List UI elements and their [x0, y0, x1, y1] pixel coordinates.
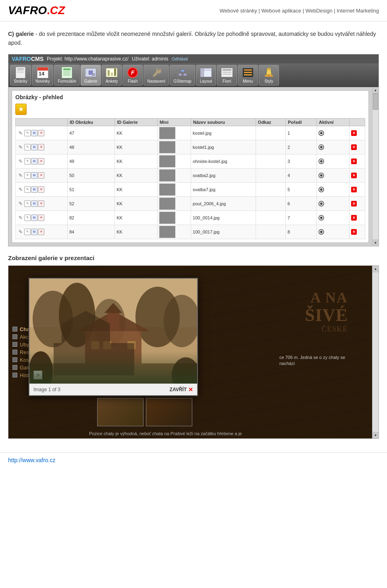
- delete-row-btn[interactable]: ✕: [38, 215, 44, 221]
- cms-project-label: Projekt: http://www.chatanaprasive.cz/: [47, 56, 129, 62]
- edit-pencil-btn[interactable]: ✎: [17, 200, 24, 207]
- radio-dot-inner: [320, 188, 322, 191]
- edit-pencil-btn[interactable]: ✎: [17, 144, 24, 150]
- row-gallery-id: KK: [115, 225, 158, 239]
- edit-pencil-btn[interactable]: ✎: [17, 130, 24, 136]
- scroll-down-arrow[interactable]: ▼: [372, 240, 379, 246]
- active-radio[interactable]: [318, 158, 324, 164]
- logo-dot: .: [47, 4, 50, 17]
- delete-btn[interactable]: ✕: [351, 130, 357, 136]
- toolbar-formulare[interactable]: Formuláře: [54, 65, 80, 85]
- active-radio[interactable]: [318, 173, 324, 178]
- edit-btn[interactable]: ✎: [24, 186, 31, 193]
- edit-pencil-btn[interactable]: ✎: [17, 172, 24, 179]
- delete-btn[interactable]: ✕: [351, 187, 357, 192]
- row-actions-cell: ✎ ✎ ⧉ ✕: [16, 196, 68, 211]
- active-radio[interactable]: [318, 144, 324, 150]
- delete-row-btn[interactable]: ✕: [38, 158, 44, 165]
- gallery-scroll-up[interactable]: ▲: [372, 266, 379, 272]
- cms-scrollbar[interactable]: ▲ ▼: [372, 87, 379, 246]
- edit-btn[interactable]: ✎: [24, 200, 31, 207]
- cms-content-area: Obrázky - přehled ★ ID Obrázku ID Galeri…: [8, 87, 379, 246]
- toolbar-galerie[interactable]: Galerie: [81, 65, 101, 85]
- cms-frame: VAFROCMS Projekt: http://www.chatanapras…: [8, 54, 379, 246]
- toolbar-novinky[interactable]: 14 Novinky: [32, 65, 54, 85]
- nav-square-icon: [12, 327, 17, 332]
- edit-pencil-btn[interactable]: ✎: [17, 186, 24, 193]
- delete-btn[interactable]: ✕: [351, 144, 357, 150]
- delete-row-btn[interactable]: ✕: [38, 144, 44, 150]
- edit-btn[interactable]: ✎: [24, 172, 31, 179]
- active-radio[interactable]: [318, 130, 324, 136]
- logo[interactable]: VAFRO.CZ: [8, 4, 65, 17]
- delete-row-btn[interactable]: ✕: [38, 200, 44, 207]
- footer-link[interactable]: http://www.vafro.cz: [8, 457, 55, 463]
- active-radio[interactable]: [318, 215, 324, 221]
- lightbox-close-button[interactable]: ZAVŘÍT ✕: [170, 386, 193, 393]
- toolbar-menu[interactable]: Menu: [238, 65, 258, 85]
- edit-btn[interactable]: ✎: [24, 215, 31, 221]
- delete-row-btn[interactable]: ✕: [38, 172, 44, 179]
- gallery-scroll-down[interactable]: ▼: [372, 432, 379, 438]
- gallery-icon: [84, 67, 97, 78]
- toolbar-fixni[interactable]: Fixní: [217, 65, 237, 85]
- radio-dot-inner: [320, 202, 322, 205]
- row-mini: [157, 182, 191, 196]
- edit-pencil-btn[interactable]: ✎: [17, 229, 24, 235]
- edit-pencil-btn[interactable]: ✎: [17, 215, 24, 221]
- gallery-section-title: Zobrazení galerie v prezentaci: [8, 254, 379, 261]
- copy-btn[interactable]: ⧉: [31, 172, 37, 179]
- delete-btn[interactable]: ✕: [351, 201, 357, 206]
- site-footer: http://www.vafro.cz: [0, 452, 387, 471]
- add-image-button[interactable]: ★: [15, 104, 27, 115]
- active-radio[interactable]: [318, 229, 324, 235]
- edit-btn[interactable]: ✎: [24, 158, 31, 165]
- copy-btn[interactable]: ⧉: [31, 130, 37, 136]
- toolbar-gsitemap[interactable]: GSitemap: [170, 65, 195, 85]
- row-active: [317, 211, 350, 225]
- toolbar-fixni-label: Fixní: [223, 79, 231, 83]
- toolbar-styly[interactable]: Styly: [259, 65, 279, 85]
- delete-btn[interactable]: ✕: [351, 173, 357, 178]
- toolbar-styly-label: Styly: [264, 79, 273, 83]
- row-link: [256, 140, 286, 154]
- edit-btn[interactable]: ✎: [24, 229, 31, 235]
- copy-btn[interactable]: ⧉: [31, 200, 37, 207]
- table-row: ✎ ✎ ⧉ ✕ 50 KK svatba2.jpg 4 ✕: [16, 168, 365, 182]
- nav-square-icon-6: [12, 365, 17, 370]
- delete-btn[interactable]: ✕: [351, 229, 357, 235]
- svg-rect-1: [268, 74, 270, 75]
- scroll-up-arrow[interactable]: ▲: [372, 87, 379, 94]
- copy-btn[interactable]: ⧉: [31, 186, 37, 193]
- radio-dot-inner: [320, 146, 322, 148]
- toolbar-nastaveni[interactable]: Nastavení: [144, 65, 169, 85]
- edit-btn[interactable]: ✎: [24, 130, 31, 136]
- copy-btn[interactable]: ⧉: [31, 144, 37, 150]
- edit-pencil-btn[interactable]: ✎: [17, 158, 24, 165]
- delete-btn[interactable]: ✕: [351, 158, 357, 164]
- gallery-scrollbar[interactable]: ▲ ▼: [372, 266, 379, 438]
- edit-btn[interactable]: ✎: [24, 144, 31, 150]
- toolbar-ankety[interactable]: Ankety: [102, 65, 122, 85]
- copy-btn[interactable]: ⧉: [31, 158, 37, 165]
- active-radio[interactable]: [318, 187, 324, 192]
- row-id: 50: [67, 168, 114, 182]
- delete-btn[interactable]: ✕: [351, 215, 357, 221]
- lightbox-next-arrow[interactable]: >: [33, 371, 42, 379]
- toolbar-layout[interactable]: Layout: [196, 65, 216, 85]
- active-radio[interactable]: [318, 201, 324, 206]
- row-gallery-id: KK: [115, 196, 158, 211]
- toolbar-flash[interactable]: F Flash: [123, 65, 143, 85]
- thumbnail: [159, 198, 175, 210]
- delete-row-btn[interactable]: ✕: [38, 130, 44, 136]
- delete-row-btn[interactable]: ✕: [38, 229, 44, 235]
- copy-btn[interactable]: ⧉: [31, 215, 37, 221]
- delete-row-btn[interactable]: ✕: [38, 186, 44, 193]
- cms-logout-link[interactable]: Odhlásit: [172, 56, 188, 61]
- toolbar-stranky[interactable]: Stránky: [10, 65, 31, 85]
- row-mini: [157, 126, 191, 140]
- gallery-thumb-2: [146, 398, 192, 426]
- logo-cz: CZ: [50, 4, 65, 17]
- copy-btn[interactable]: ⧉: [31, 229, 37, 235]
- toolbar-flash-label: Flash: [128, 79, 137, 83]
